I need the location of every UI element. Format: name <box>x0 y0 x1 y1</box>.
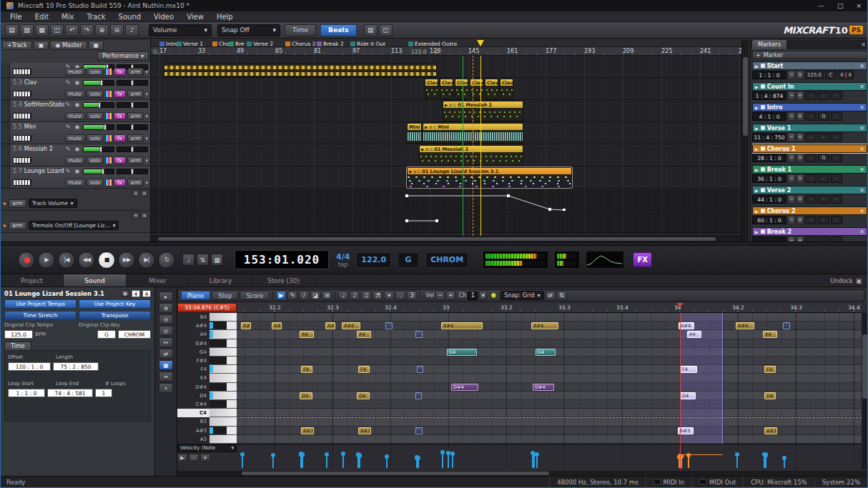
marker-sig-field[interactable]: - <box>831 112 842 121</box>
keyboard-view-icon[interactable]: ▤ <box>364 24 378 36</box>
rewind-button[interactable]: ◀◀ <box>78 252 95 269</box>
metronome-button[interactable]: ♩ <box>182 254 194 266</box>
midi-note-f4[interactable]: F4 <box>358 366 370 373</box>
marker-position-field[interactable]: 1 : 4 : 874 <box>752 91 786 100</box>
snap-select[interactable]: Snap Off ▾ <box>217 24 280 36</box>
midi-note-d4[interactable]: D4 <box>357 392 370 399</box>
offset-field[interactable]: 120 : 1 : 0 <box>8 362 51 371</box>
marker-tempo-field[interactable]: - <box>805 154 817 162</box>
track-monitor-icon[interactable]: ◉ <box>74 146 81 152</box>
dual-view-icon[interactable]: ◫ <box>379 24 393 36</box>
midi-note-d4[interactable]: D4 <box>300 392 312 399</box>
pan-slider[interactable] <box>117 146 148 152</box>
midi-note-d4[interactable]: D4 <box>680 392 696 399</box>
marker-position-field[interactable]: 36 : 1 : 0 <box>752 174 786 183</box>
marker-plus-button[interactable]: + <box>797 216 804 224</box>
mute-button[interactable]: mute <box>65 112 85 120</box>
clip-01-lounge-lizard-session-3-1[interactable]: ▶ ⊘ C01 Lounge Lizard Session 3.1 <box>407 167 572 188</box>
scrollbar-handle[interactable] <box>158 237 716 241</box>
volume-slider-knob[interactable] <box>102 169 104 174</box>
volume-slider-knob[interactable] <box>99 146 102 152</box>
track-edit-icon[interactable]: ✎ <box>64 79 71 86</box>
num-loops-field[interactable]: 1 <box>95 389 112 397</box>
punch-in-out-button[interactable]: ⇅ <box>197 254 209 266</box>
tempo-value[interactable]: 122.0 <box>356 252 391 268</box>
vel-plus-button[interactable]: + <box>446 291 455 300</box>
marker-position-field[interactable]: 11 : 4 : 750 <box>752 133 786 141</box>
clip-header[interactable]: Clav <box>425 79 438 86</box>
clip-header[interactable]: ▶ ⊘ C01 Messiah 2 <box>443 101 523 108</box>
piano-key-gs4[interactable] <box>209 339 237 348</box>
tab-sound[interactable]: Sound <box>64 274 127 287</box>
midi-note-as3[interactable]: A#3 <box>358 427 371 434</box>
scrollbar-handle[interactable] <box>862 334 868 399</box>
add-automation-button[interactable]: + <box>132 190 139 196</box>
tab-library[interactable]: Library <box>189 274 252 287</box>
orig-tempo-field[interactable]: 125.0 <box>4 330 33 339</box>
velocity-stem[interactable] <box>302 455 303 468</box>
time-signature-block[interactable]: 4/4 tap <box>336 252 350 268</box>
marker-tempo-field[interactable]: - <box>805 133 817 141</box>
marker-plus-button[interactable]: + <box>797 91 804 100</box>
marker-row[interactable]: ▶Chorus 1×28 : 1 : 0−+-G- <box>752 144 867 162</box>
use-project-tempo-button[interactable]: Use Project Tempo <box>4 299 77 309</box>
orig-scale-field[interactable]: CHROM <box>118 330 151 339</box>
transpose-button[interactable]: Transpose <box>79 311 151 320</box>
automation-arm-button[interactable]: arm <box>9 199 26 208</box>
marker-tempo-field[interactable]: - <box>805 91 817 100</box>
clip-header[interactable]: ▶ ⊘ C01 Messiah 2 <box>420 146 523 152</box>
time-stretch-button[interactable]: Time Stretch <box>4 311 77 320</box>
midi-note-as4[interactable]: A#4 <box>679 322 694 329</box>
add-automation-button[interactable]: + <box>132 212 139 219</box>
automation-type-select[interactable]: Volume ▾ <box>149 24 212 36</box>
piano-key-c4[interactable] <box>209 409 237 417</box>
marker-name-row[interactable]: ▶Chorus 2× <box>752 206 867 215</box>
performance-button[interactable]: Performance▾ <box>97 51 149 61</box>
fx-button[interactable]: fx <box>114 90 126 98</box>
tab-project[interactable]: Project <box>1 274 64 287</box>
midi-note-as4[interactable]: A#4 <box>241 322 251 329</box>
marker-play-icon[interactable]: ▶ <box>755 126 759 131</box>
timeline-marker[interactable]: Verse 2 <box>247 41 273 47</box>
timeline-marker[interactable]: Extended Outro <box>408 41 457 47</box>
automation-lane[interactable] <box>151 211 741 233</box>
velocity-lane[interactable] <box>237 444 862 469</box>
snap-transport-button[interactable]: ▦ <box>211 254 223 266</box>
clip-clav[interactable]: Clav <box>440 79 453 99</box>
marker-row[interactable]: ▶Start×1 : 1 : 0−+125.0C4 | 4 <box>752 61 867 79</box>
arm-dropdown-icon[interactable]: ▾ <box>145 158 148 164</box>
track-header[interactable]: 5.3Clav✎◉mutesolofxarm▾ <box>1 78 150 100</box>
marker-minus-button[interactable]: − <box>788 236 795 241</box>
track-edit-icon[interactable]: ✎ <box>64 168 71 174</box>
scrollbar-handle[interactable] <box>743 57 748 136</box>
marker-play-icon[interactable]: ▶ <box>755 167 759 172</box>
pan-slider[interactable] <box>117 102 148 108</box>
pan-slider-knob[interactable] <box>131 102 134 108</box>
add-marker-button[interactable]: + Marker <box>752 51 867 59</box>
zoom-in-icon[interactable]: ⊕ <box>95 24 109 36</box>
time-display[interactable]: 153:01.020 <box>235 250 329 269</box>
marker-sig-field[interactable]: - <box>831 216 842 224</box>
velocity-stem[interactable] <box>242 454 243 468</box>
volume-slider-knob[interactable] <box>98 102 101 108</box>
marker-key-field[interactable]: C <box>825 71 837 79</box>
sixteenth-note-button[interactable]: ♬ <box>373 291 383 300</box>
new-project-icon[interactable]: ▤ <box>5 24 19 36</box>
clip-header-icons[interactable]: ▶ ⊘ C <box>425 125 436 129</box>
marker-sig-field[interactable]: - <box>831 174 842 183</box>
velocity-stem[interactable] <box>386 457 388 468</box>
marker-minus-button[interactable]: − <box>788 216 795 224</box>
midi-note-as3[interactable]: A#3 <box>764 427 777 434</box>
piano-roll-ruler[interactable]: 32.232.332.43333.233.333.43434.234.334.4 <box>237 303 862 313</box>
redo-icon[interactable]: ↷ <box>80 24 94 36</box>
fx-button[interactable]: FX <box>633 252 652 267</box>
collapse-arrow-icon[interactable]: ▸ <box>4 222 6 229</box>
marker-plus-button[interactable]: + <box>797 174 804 183</box>
marker-play-icon[interactable]: ▶ <box>755 146 759 151</box>
menu-mix[interactable]: Mix <box>55 11 80 22</box>
arm-button[interactable]: arm <box>127 179 144 186</box>
marker-position-field[interactable]: 28 : 1 : 0 <box>752 154 786 162</box>
piano-roll-vertical-scrollbar[interactable] <box>862 313 868 469</box>
pr-play-button[interactable]: ▶ <box>276 291 286 300</box>
clip-sig-numerator[interactable]: 4 <box>132 290 140 297</box>
